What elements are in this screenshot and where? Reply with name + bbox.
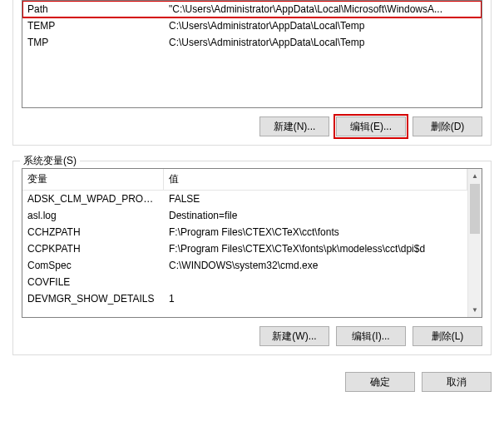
system-var-name: CCPKPATH bbox=[22, 240, 164, 257]
scroll-up-icon[interactable]: ▲ bbox=[468, 169, 482, 183]
user-var-row[interactable]: TEMPC:\Users\Administrator\AppData\Local… bbox=[22, 17, 482, 34]
system-delete-button[interactable]: 删除(L) bbox=[413, 326, 482, 346]
scroll-thumb[interactable] bbox=[470, 184, 480, 234]
dialog-button-row: 确定 取消 bbox=[0, 364, 504, 402]
system-var-name: DEVMGR_SHOW_DETAILS bbox=[22, 290, 164, 307]
user-var-name: TEMP bbox=[22, 17, 164, 34]
ok-button[interactable]: 确定 bbox=[345, 372, 415, 392]
user-var-name: TMP bbox=[22, 34, 164, 51]
user-var-value: C:\Users\Administrator\AppData\Local\Tem… bbox=[164, 34, 482, 51]
system-var-name: ComSpec bbox=[22, 257, 164, 274]
user-new-button[interactable]: 新建(N)... bbox=[259, 116, 329, 136]
user-var-value: C:\Users\Administrator\AppData\Local\Tem… bbox=[164, 17, 482, 34]
user-var-row[interactable]: TMPC:\Users\Administrator\AppData\Local\… bbox=[22, 34, 482, 51]
system-variables-label: 系统变量(S) bbox=[20, 154, 80, 168]
user-variables-list[interactable]: Path"C:\Users\Administrator\AppData\Loca… bbox=[22, 0, 482, 108]
system-var-row[interactable]: CCPKPATHF:\Program Files\CTEX\CTeX\fonts… bbox=[22, 240, 467, 257]
user-variables-button-row: 新建(N)... 编辑(E)... 删除(D) bbox=[22, 116, 482, 136]
system-new-button[interactable]: 新建(W)... bbox=[259, 326, 329, 346]
system-var-value: F:\Program Files\CTEX\CTeX\cct\fonts bbox=[164, 224, 467, 240]
column-header-variable[interactable]: 变量 bbox=[22, 169, 164, 190]
system-variables-button-row: 新建(W)... 编辑(I)... 删除(L) bbox=[22, 326, 482, 346]
system-variables-group: 系统变量(S) 变量 值 ADSK_CLM_WPAD_PROXY...FALSE… bbox=[12, 161, 492, 355]
system-edit-button[interactable]: 编辑(I)... bbox=[336, 326, 406, 346]
cancel-button[interactable]: 取消 bbox=[422, 372, 492, 392]
system-var-row[interactable]: asl.logDestination=file bbox=[22, 207, 467, 224]
user-delete-button[interactable]: 删除(D) bbox=[413, 116, 482, 136]
system-var-row[interactable]: ComSpecC:\WINDOWS\system32\cmd.exe bbox=[22, 257, 467, 274]
system-var-name: asl.log bbox=[22, 207, 164, 224]
system-list-scrollbar[interactable]: ▲ ▼ bbox=[467, 169, 482, 317]
system-var-name: ADSK_CLM_WPAD_PROXY... bbox=[22, 191, 164, 207]
system-var-name: COVFILE bbox=[22, 274, 164, 290]
system-var-value: C:\WINDOWS\system32\cmd.exe bbox=[164, 257, 467, 274]
system-var-name: CCHZPATH bbox=[22, 224, 164, 240]
system-var-row[interactable]: DEVMGR_SHOW_DETAILS1 bbox=[22, 290, 467, 307]
user-var-row[interactable]: Path"C:\Users\Administrator\AppData\Loca… bbox=[22, 1, 482, 17]
system-var-value: FALSE bbox=[164, 191, 467, 207]
user-edit-button[interactable]: 编辑(E)... bbox=[336, 116, 406, 136]
system-var-row[interactable]: COVFILE bbox=[22, 274, 467, 290]
column-header-value[interactable]: 值 bbox=[164, 169, 467, 190]
system-var-row[interactable]: CCHZPATHF:\Program Files\CTEX\CTeX\cct\f… bbox=[22, 224, 467, 240]
system-var-row[interactable]: ADSK_CLM_WPAD_PROXY...FALSE bbox=[22, 191, 467, 207]
system-variables-list[interactable]: 变量 值 ADSK_CLM_WPAD_PROXY...FALSEasl.logD… bbox=[22, 168, 482, 318]
system-var-value: Destination=file bbox=[164, 207, 467, 224]
system-list-header: 变量 值 bbox=[22, 169, 467, 191]
user-var-name: Path bbox=[22, 1, 164, 17]
system-var-value bbox=[164, 274, 467, 290]
system-var-value: 1 bbox=[164, 290, 467, 307]
scroll-down-icon[interactable]: ▼ bbox=[468, 303, 482, 317]
user-var-value: "C:\Users\Administrator\AppData\Local\Mi… bbox=[164, 1, 482, 17]
system-var-value: F:\Program Files\CTEX\CTeX\fonts\pk\mode… bbox=[164, 240, 467, 257]
user-variables-group: Path"C:\Users\Administrator\AppData\Loca… bbox=[12, 0, 492, 146]
